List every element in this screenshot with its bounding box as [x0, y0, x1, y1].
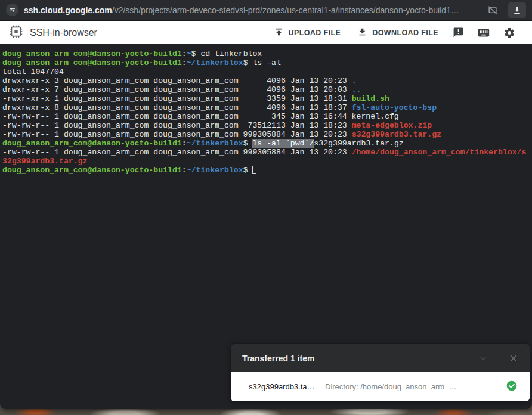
url-address[interactable]: ssh.cloud.google.com/v2/ssh/projects/arm…	[24, 5, 481, 15]
transfer-success-check-icon	[506, 380, 518, 394]
transfer-directory: Directory: /home/doug_anson_arm_…	[325, 382, 506, 391]
terminal-text-segment: ls -al `pwd`/	[252, 139, 314, 148]
terminal-cursor	[252, 166, 256, 174]
terminal-line: drwxr-xr-x 7 doug_anson_arm_com doug_ans…	[2, 85, 532, 94]
close-icon[interactable]	[507, 352, 520, 365]
transferred-file-name: s32g399ardb3.ta…	[249, 382, 325, 391]
terminal-line: total 1047704	[2, 67, 532, 76]
ssh-app-header: SSH-in-browser UPLOAD FILE DOWNLOAD FILE	[0, 21, 532, 44]
terminal-text-segment: $	[243, 166, 253, 175]
terminal-line: doug_anson_arm_com@danson-yocto-build1:~…	[2, 166, 532, 175]
terminal-text-segment: drwxr-xr-x 7 doug_anson_arm_com doug_ans…	[2, 85, 352, 94]
terminal-line: doug_anson_arm_com@danson-yocto-build1:~…	[2, 139, 532, 148]
terminal-line: drwxrwxr-x 3 doug_anson_arm_com doug_ans…	[2, 76, 532, 85]
terminal-text-segment: $ cd tinkerblox	[191, 49, 262, 58]
terminal-text-segment: build.sh	[352, 94, 389, 103]
terminal-text-segment: 32g399ardb3.tar.gz	[2, 157, 87, 166]
terminal-text-segment: $	[243, 139, 253, 148]
terminal-text-segment: doug_anson_arm_com@danson-yocto-build1	[2, 58, 182, 67]
upload-label: UPLOAD FILE	[289, 29, 341, 37]
url-path: /v2/ssh/projects/arm-deveco-stedvsl-prd/…	[112, 5, 459, 15]
transfer-item-row[interactable]: s32g399ardb3.ta… Directory: /home/doug_a…	[231, 372, 530, 401]
terminal-text-segment: -rw-rw-r-- 1 doug_anson_arm_com doug_ans…	[2, 148, 352, 157]
terminal-text-segment: ~/tinkerblox	[187, 58, 243, 67]
terminal-text-segment: drwxrwxr-x 8 doug_anson_arm_com doug_ans…	[2, 103, 352, 112]
terminal-text-segment: meta-edgeblox.zip	[352, 121, 432, 130]
terminal-text-segment: doug_anson_arm_com@danson-yocto-build1	[2, 166, 182, 175]
terminal-text-segment: fsl-auto-yocto-bsp	[352, 103, 437, 112]
terminal-line: 32g399ardb3.tar.gz	[2, 157, 532, 166]
download-icon	[357, 27, 367, 39]
terminal-line: -rw-rw-r-- 1 doug_anson_arm_com doug_ans…	[2, 112, 532, 121]
url-host: ssh.cloud.google.com	[24, 5, 112, 15]
download-label: DOWNLOAD FILE	[372, 29, 438, 37]
terminal-text-segment: total 1047704	[2, 67, 64, 76]
terminal-line: doug_anson_arm_com@danson-yocto-build1:~…	[2, 58, 532, 67]
download-file-button[interactable]: DOWNLOAD FILE	[356, 24, 440, 41]
terminal-line: -rw-rw-r-- 1 doug_anson_arm_com doug_ans…	[2, 130, 532, 139]
terminal-text-segment: .	[352, 76, 357, 85]
terminal-text-segment: doug_anson_arm_com@danson-yocto-build1	[2, 49, 182, 58]
cast-disabled-icon[interactable]	[485, 3, 500, 17]
upload-icon	[274, 27, 284, 39]
terminal-text-segment: -rwxr-xr-x 1 doug_anson_arm_com doug_ans…	[2, 94, 352, 103]
terminal-text-segment: -rw-rw-r-- 1 doug_anson_arm_com doug_ans…	[2, 112, 399, 121]
keyboard-icon[interactable]	[476, 25, 491, 41]
browser-download-icon[interactable]	[508, 2, 526, 18]
terminal-text-segment: drwxrwxr-x 3 doug_anson_arm_com doug_ans…	[2, 76, 352, 85]
terminal-text-segment: ..	[352, 85, 361, 94]
terminal-line: -rwxr-xr-x 1 doug_anson_arm_com doug_ans…	[2, 94, 532, 103]
terminal-text-segment: s32g399ardb3.tar.gz	[352, 130, 441, 139]
chip-logo-icon	[8, 24, 24, 42]
terminal-text-segment: :	[182, 49, 187, 58]
terminal-text-segment: ~/tinkerblox	[187, 139, 243, 148]
browser-url-bar: ssh.cloud.google.com/v2/ssh/projects/arm…	[0, 0, 532, 21]
terminal-text-segment: :	[182, 166, 187, 175]
transfer-notification-header: Transferred 1 item	[231, 344, 530, 372]
upload-file-button[interactable]: UPLOAD FILE	[273, 24, 342, 41]
terminal-text-segment: s32g399ardb3.tar.gz	[314, 139, 403, 148]
terminal-line: -rw-rw-r-- 1 doug_anson_arm_com doug_ans…	[2, 148, 532, 157]
terminal-text-segment: $ ls -al	[243, 58, 281, 67]
terminal-line: drwxrwxr-x 8 doug_anson_arm_com doug_ans…	[2, 103, 532, 112]
terminal-text-segment: :	[182, 139, 187, 148]
settings-gear-icon[interactable]	[502, 26, 516, 40]
feedback-icon[interactable]	[451, 26, 465, 39]
site-controls-icon[interactable]	[6, 4, 18, 16]
terminal-text-segment: ~	[187, 49, 191, 58]
page-title: SSH-in-browser	[30, 27, 97, 38]
terminal-text-segment: :	[182, 58, 187, 67]
terminal-text-segment: doug_anson_arm_com@danson-yocto-build1	[2, 139, 182, 148]
urlbar-actions	[485, 2, 526, 18]
terminal-text-segment: -rw-rw-r-- 1 doug_anson_arm_com doug_ans…	[2, 130, 352, 139]
terminal-line: doug_anson_arm_com@danson-yocto-build1:~…	[2, 49, 532, 58]
browser-window: ssh.cloud.google.com/v2/ssh/projects/arm…	[0, 0, 532, 409]
terminal-text-segment: ~/tinkerblox	[187, 166, 243, 175]
terminal-line: -rw-rw-r-- 1 doug_anson_arm_com doug_ans…	[2, 121, 532, 130]
terminal-text-segment: -rw-rw-r-- 1 doug_anson_arm_com doug_ans…	[2, 121, 352, 130]
transfer-notification: Transferred 1 item s32g399ardb3.ta… Dire…	[231, 344, 530, 401]
collapse-chevron-down-icon[interactable]	[477, 352, 489, 364]
terminal-text-segment: /home/doug_anson_arm_com/tinkerblox/s	[352, 148, 527, 157]
notification-title: Transferred 1 item	[242, 354, 477, 363]
